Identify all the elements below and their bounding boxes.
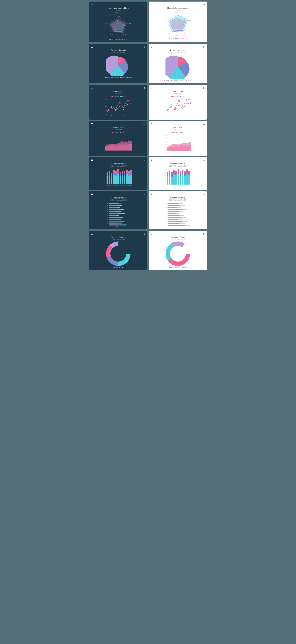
svg-rect-137 xyxy=(118,170,119,172)
svg-rect-200 xyxy=(182,175,184,184)
svg-point-74 xyxy=(174,108,176,109)
svg-text:Feb: Feb xyxy=(106,205,108,206)
settings-icon-11[interactable]: ⚙ xyxy=(143,193,145,196)
svg-point-53 xyxy=(127,104,128,105)
svg-text:150: 150 xyxy=(165,138,167,139)
svg-text:Jul: Jul xyxy=(166,215,168,216)
svg-point-42 xyxy=(111,106,112,106)
card-9-title: Monthly revenue xyxy=(91,162,145,165)
card-14-subtitle: 2019 (in billion US$) xyxy=(151,239,205,240)
svg-point-46 xyxy=(127,100,128,101)
settings-icon-13[interactable]: ⚙ xyxy=(143,233,145,235)
svg-rect-188 xyxy=(173,174,175,184)
card-bar-h-dark: ☰ ⚙ Monthly revenue 2019 (in thousands U… xyxy=(89,191,147,229)
svg-text:F: F xyxy=(190,152,191,153)
svg-rect-126 xyxy=(111,177,112,184)
menu-icon-6[interactable]: ☰ xyxy=(151,87,153,89)
settings-icon-6[interactable]: ⚙ xyxy=(203,87,205,89)
settings-icon-4[interactable]: ⚙ xyxy=(203,46,205,48)
svg-text:50: 50 xyxy=(106,110,107,111)
svg-text:Sep: Sep xyxy=(124,185,126,186)
settings-icon-7[interactable]: ⚙ xyxy=(143,123,145,126)
menu-icon-11[interactable]: ☰ xyxy=(91,193,93,196)
menu-icon-3[interactable]: ☰ xyxy=(91,46,93,48)
svg-point-51 xyxy=(119,106,120,106)
card-12-title: Monthly revenue xyxy=(151,196,205,199)
settings-icon-8[interactable]: ⚙ xyxy=(203,123,205,126)
svg-rect-141 xyxy=(122,175,123,184)
menu-icon-2[interactable]: ☰ xyxy=(151,4,153,6)
svg-point-81 xyxy=(174,110,176,110)
svg-text:100: 100 xyxy=(176,227,178,228)
svg-rect-204 xyxy=(184,173,186,176)
svg-rect-266 xyxy=(109,222,119,224)
svg-rect-142 xyxy=(122,173,123,175)
svg-text:Mar: Mar xyxy=(171,185,172,186)
svg-text:Jun: Jun xyxy=(107,213,108,214)
svg-point-85 xyxy=(190,102,191,104)
settings-icon-14[interactable]: ⚙ xyxy=(203,233,205,235)
svg-point-82 xyxy=(178,105,180,106)
svg-point-80 xyxy=(171,106,172,107)
svg-rect-262 xyxy=(109,220,116,222)
card-header-2: ☰ ⚙ xyxy=(151,4,205,6)
svg-rect-139 xyxy=(120,174,121,176)
svg-rect-140 xyxy=(120,172,121,174)
menu-icon-5[interactable]: ☰ xyxy=(91,87,93,89)
svg-point-48 xyxy=(107,110,108,110)
svg-text:C: C xyxy=(115,115,116,116)
svg-text:Transport: Transport xyxy=(129,22,132,24)
menu-icon-10[interactable]: ☰ xyxy=(151,159,153,162)
menu-icon-7[interactable]: ☰ xyxy=(91,123,93,126)
svg-rect-205 xyxy=(184,171,186,173)
card-household-expenditure-dark: ☰ ⚙ Household Expenditure Yearly Statist… xyxy=(89,2,147,42)
card-4-legend: Brazil Germany India China xyxy=(151,80,205,82)
card-13-title: Exports of Goods xyxy=(91,236,145,238)
settings-icon[interactable]: ⚙ xyxy=(143,4,145,6)
settings-icon-12[interactable]: ⚙ xyxy=(203,193,205,196)
svg-rect-121 xyxy=(106,174,108,176)
settings-icon-2[interactable]: ⚙ xyxy=(203,4,205,6)
card-3-subtitle: 2019 (in billion US$) xyxy=(91,52,145,53)
svg-rect-208 xyxy=(186,170,188,172)
svg-text:Jul: Jul xyxy=(107,215,108,216)
svg-text:Feb: Feb xyxy=(166,205,168,206)
card-14-legend: Brazil India China xyxy=(151,267,205,268)
menu-icon-9[interactable]: ☰ xyxy=(91,159,93,162)
settings-icon-10[interactable]: ⚙ xyxy=(203,159,205,162)
settings-icon-3[interactable]: ⚙ xyxy=(143,46,145,48)
card-header-13: ☰ ⚙ xyxy=(91,233,145,235)
svg-text:May: May xyxy=(115,185,117,186)
menu-icon-4[interactable]: ☰ xyxy=(151,46,153,48)
chart-grid: ☰ ⚙ Household Expenditure Yearly Statist… xyxy=(89,2,207,270)
svg-point-77 xyxy=(186,100,187,100)
svg-text:200: 200 xyxy=(164,178,166,179)
card-header-5: ☰ ⚙ xyxy=(91,87,145,89)
card-8-legend: Current Last xyxy=(151,132,205,133)
card-header-9: ☰ ⚙ xyxy=(91,159,145,162)
svg-rect-207 xyxy=(186,172,188,174)
svg-text:Other: Other xyxy=(105,22,108,24)
menu-icon[interactable]: ☰ xyxy=(91,4,93,6)
card-6-legend: Current Last xyxy=(151,96,205,97)
svg-rect-144 xyxy=(124,176,126,184)
svg-text:Apr: Apr xyxy=(107,209,108,210)
donut-chart-light xyxy=(151,241,205,266)
svg-text:100: 100 xyxy=(165,144,167,145)
svg-rect-187 xyxy=(171,172,172,174)
svg-text:E: E xyxy=(123,115,124,116)
svg-point-318 xyxy=(112,248,124,260)
card-header-7: ☰ ⚙ xyxy=(91,123,145,126)
svg-rect-154 xyxy=(130,172,132,175)
card-header-14: ☰ ⚙ xyxy=(151,233,205,235)
settings-icon-5[interactable]: ⚙ xyxy=(143,87,145,89)
svg-rect-179 xyxy=(167,176,168,184)
svg-text:300: 300 xyxy=(164,175,166,176)
menu-icon-8[interactable]: ☰ xyxy=(151,123,153,126)
menu-icon-14[interactable]: ☰ xyxy=(151,233,153,235)
svg-rect-210 xyxy=(188,173,190,175)
settings-icon-9[interactable]: ⚙ xyxy=(143,159,145,162)
svg-rect-155 xyxy=(130,170,132,172)
menu-icon-12[interactable]: ☰ xyxy=(151,193,153,196)
menu-icon-13[interactable]: ☰ xyxy=(91,233,93,235)
